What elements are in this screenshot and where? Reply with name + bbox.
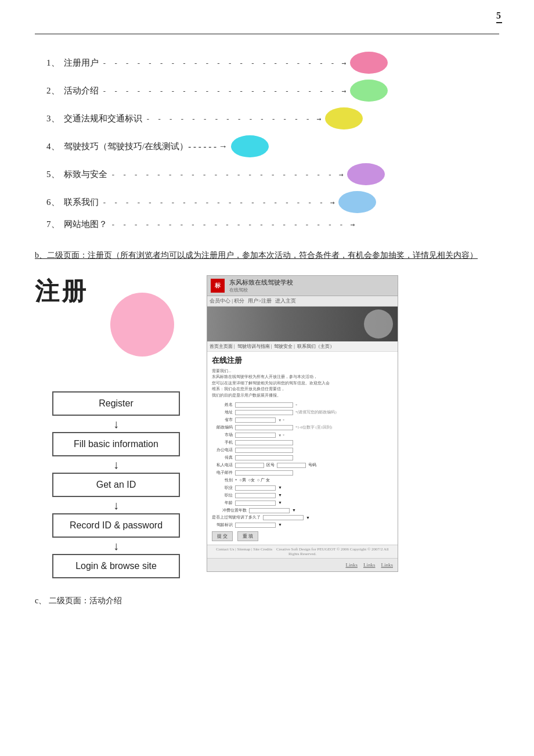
- browser-site-title: 东风标致在线驾驶学校: [229, 278, 293, 287]
- browser-nav-link-1[interactable]: 会员中心 | 积分: [210, 297, 244, 305]
- form-select-license-arrow: ▼: [278, 523, 282, 527]
- nav-oval-5: [347, 163, 385, 185]
- form-input-name[interactable]: [235, 402, 293, 408]
- form-split-label-area: 区号: [266, 462, 275, 468]
- form-label-email: 电子邮件: [212, 470, 233, 476]
- secondary-nav-item-3[interactable]: 驾驶安全 |: [274, 343, 295, 350]
- nav-item-1: 1、 注册用户 - - - - - - - - - - - - - - - - …: [46, 52, 499, 74]
- form-select-age-arrow: ▼: [278, 501, 282, 505]
- form-row-gender: 性别 * ○男 ○女 ○ 广 女: [212, 477, 393, 483]
- form-row-province: 省市 ▼ *: [212, 417, 393, 423]
- nav-item-number-3: 3、: [46, 113, 64, 124]
- bottom-link-2[interactable]: Links: [363, 562, 376, 568]
- form-label-position: 职位: [212, 492, 233, 498]
- form-input-postal[interactable]: [235, 425, 293, 430]
- form-note-name: *: [295, 403, 297, 407]
- register-title: 注册: [35, 275, 197, 308]
- form-select-license[interactable]: [235, 523, 276, 528]
- submit-button[interactable]: 提 交: [212, 531, 233, 541]
- browser-intro-text: 需要我们... 东风标致在线驾驶学校为所有人开放注册，参与本次活动， 您可以在这…: [212, 368, 393, 399]
- nav-item-3: 3、 交通法规和交通标识 - - - - - - - - - - - - - -…: [46, 107, 499, 129]
- flow-label-login: Login & browse site: [75, 561, 157, 571]
- form-select-market[interactable]: [235, 433, 276, 438]
- form-select-province[interactable]: [235, 417, 276, 423]
- radio-male-icon[interactable]: ○男: [240, 477, 246, 483]
- nav-oval-6: [338, 191, 376, 213]
- nav-item-text-7: 网站地图？: [64, 219, 107, 230]
- secondary-nav-item-1[interactable]: 首页主页面 |: [210, 343, 235, 350]
- form-label-mobile: 手机: [212, 440, 233, 445]
- form-input-email[interactable]: [235, 470, 293, 476]
- flow-box-register: Register: [52, 391, 180, 416]
- flow-label-record: Record ID & password: [70, 520, 163, 530]
- nav-item-text-3: 交通法规和交通标识: [64, 113, 142, 124]
- form-input-private-2[interactable]: [277, 463, 306, 468]
- nav-item-text-2: 活动介绍: [64, 85, 99, 96]
- nav-item-7: 7、 网站地图？ - - - - - - - - - - - - - - - -…: [46, 219, 499, 230]
- form-row-fax: 传真: [212, 455, 393, 460]
- nav-item-number-2: 2、: [46, 85, 64, 96]
- form-select-job-arrow: ▼: [278, 485, 282, 490]
- form-label-province: 省市: [212, 417, 233, 423]
- form-radio-male-label: *: [235, 478, 237, 483]
- secondary-nav-item-2[interactable]: 驾驶培训与指南 |: [237, 343, 272, 350]
- bottom-link-1[interactable]: Links: [345, 562, 358, 568]
- form-input-office[interactable]: [235, 448, 293, 453]
- nav-item-number-5: 5、: [46, 169, 64, 180]
- nav-item-dots-5: - - - - - - - - - - - - - - - - - - - - …: [111, 170, 345, 179]
- reset-button[interactable]: 重 填: [237, 531, 258, 541]
- nav-item-number-6: 6、: [46, 197, 64, 208]
- browser-header: 标 东风标致在线驾驶学校 在线驾校: [207, 276, 398, 296]
- nav-item-text-6: 联系我们: [64, 197, 99, 208]
- form-input-address[interactable]: [235, 410, 293, 415]
- form-row-license: 驾龄标识 ▼: [212, 522, 393, 528]
- form-row-position: 职位 ▼: [212, 492, 393, 498]
- nav-oval-2: [350, 80, 388, 102]
- form-label-years: 冲费位置年数: [212, 507, 247, 513]
- secondary-nav-item-4[interactable]: 联系我们（主页）: [297, 343, 334, 350]
- form-select-job[interactable]: [235, 485, 276, 491]
- nav-item-dots-7: - - - - - - - - - - - - - - - - - - - - …: [111, 220, 356, 229]
- nav-oval-3: [325, 107, 363, 129]
- form-label-private: 私人电话: [212, 462, 233, 468]
- form-select-years[interactable]: [249, 508, 290, 513]
- form-select-training-arrow: ▼: [306, 516, 310, 520]
- form-row-address: 地址 *(请填写您的邮政编码): [212, 409, 393, 415]
- section-c-label: c、 二级页面：活动介绍: [35, 596, 499, 606]
- desc-prefix: b、: [35, 251, 47, 260]
- form-select-position[interactable]: [235, 493, 276, 498]
- pink-circle-decoration: [110, 293, 174, 357]
- nav-item-text-1: 注册用户: [64, 57, 99, 69]
- form-input-mobile[interactable]: [235, 440, 293, 445]
- browser-nav-link-2[interactable]: 用户>注册: [248, 297, 272, 305]
- form-label-job: 职业: [212, 485, 233, 491]
- form-select-training[interactable]: [263, 515, 304, 520]
- nav-item-text-5: 标致与安全: [64, 169, 107, 180]
- radio-other-icon[interactable]: ○ 广 女: [257, 477, 270, 483]
- nav-oval-1: [350, 52, 388, 74]
- flow-boxes: Register ↓ Fill basic information ↓ Get …: [35, 391, 197, 578]
- form-row-age: 年龄 ▼: [212, 500, 393, 506]
- form-row-office: 办公电话: [212, 447, 393, 453]
- form-label-age: 年龄: [212, 500, 233, 506]
- form-row-market: 市场 ▼ *: [212, 432, 393, 438]
- form-input-private-1[interactable]: [235, 463, 264, 468]
- browser-nav-link-3[interactable]: 进入主页: [275, 297, 296, 305]
- browser-hero: [207, 307, 398, 341]
- nav-item-dots-2: - - - - - - - - - - - - - - - - - - - - …: [102, 87, 348, 95]
- form-note-postal: *1-6位数字 (至1回到): [295, 425, 332, 430]
- hero-emblem: [364, 309, 393, 339]
- nav-item-text-4: 驾驶技巧（驾驶技巧/在线测试）- - - - - - →: [64, 141, 228, 152]
- logo-text: 标: [215, 282, 221, 290]
- form-row-training: 是否上过驾驶培训了多久了 ▼: [212, 515, 393, 520]
- form-input-fax[interactable]: [235, 455, 293, 460]
- nav-item-2: 2、 活动介绍 - - - - - - - - - - - - - - - - …: [46, 80, 499, 102]
- register-left: 注册 Register ↓ Fill basic information ↓ G…: [35, 275, 197, 578]
- nav-item-dots-6: - - - - - - - - - - - - - - - - - - - - …: [102, 198, 336, 207]
- top-divider: [35, 34, 499, 34]
- nav-item-number-1: 1、: [46, 57, 64, 69]
- bottom-link-3[interactable]: Links: [381, 562, 393, 568]
- form-select-age[interactable]: [235, 501, 276, 506]
- page-container: 5 1、 注册用户 - - - - - - - - - - - - - - - …: [0, 0, 534, 629]
- radio-female-icon[interactable]: ○女: [248, 477, 255, 483]
